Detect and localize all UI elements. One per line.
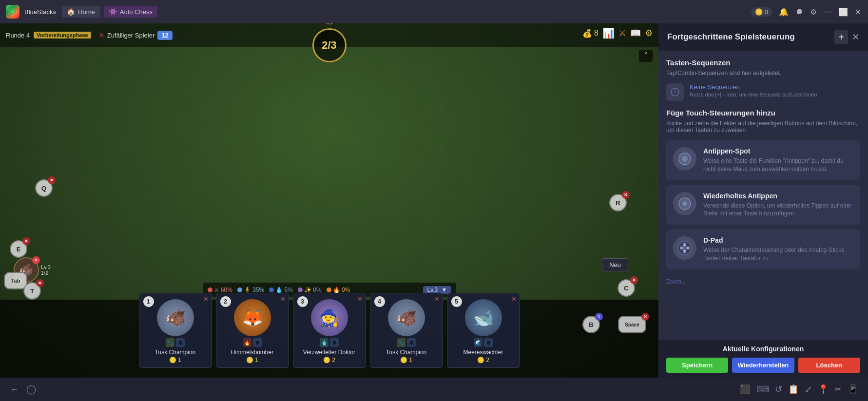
stat-label-1: 🧍 35% <box>244 286 264 293</box>
hero-num-1: 1 <box>143 296 154 307</box>
tab-game[interactable]: 👾 Auto Chess <box>104 6 157 18</box>
key-e-close[interactable]: ✕ <box>22 237 30 245</box>
footer-buttons: Speichern Wiederherstellen Löschen <box>666 358 860 373</box>
key-r[interactable]: R ✕ <box>609 194 627 211</box>
key-r-close[interactable]: ✕ <box>622 191 630 199</box>
hero-card-3[interactable]: 3 ✕ 🧙 💧 ⚙ Verzweifelter Doktor 🪙 2 <box>293 293 366 368</box>
hero-close-2[interactable]: ✕ <box>280 295 286 303</box>
svg-point-5 <box>682 156 688 162</box>
hero-close-4[interactable]: ✕ <box>434 295 440 303</box>
key-q-label: Q <box>41 185 46 192</box>
hero-trait-1b: ⚙ <box>176 338 185 347</box>
key-space-label: Space <box>625 322 639 327</box>
delete-button[interactable]: Löschen <box>798 358 860 373</box>
mobile-icon[interactable]: 📱 <box>848 384 858 395</box>
new-button[interactable]: Neu <box>602 258 628 271</box>
key-c-close[interactable]: ✕ <box>630 276 638 284</box>
key-space[interactable]: Space ✕ <box>618 316 646 333</box>
touch-desc: Klicke und ziehe die Felder auf die jewe… <box>666 120 860 134</box>
key-e[interactable]: E ✕ <box>10 240 27 258</box>
rotate-icon[interactable]: ↺ <box>775 384 782 395</box>
maximize-button[interactable]: ⬜ <box>838 7 848 17</box>
timer-display: 2/3 <box>312 28 347 62</box>
minimize-button[interactable]: — <box>824 7 831 16</box>
hero-img-2: 🦊 <box>234 299 271 336</box>
hero-cost-4: 🪙 1 <box>400 357 412 363</box>
hero-close-5[interactable]: ✕ <box>511 295 517 303</box>
game-icon: 👾 <box>109 8 117 16</box>
back-icon[interactable]: ← <box>10 384 19 395</box>
hero-num-5: 5 <box>451 296 462 307</box>
sequences-title: Tasten-Sequenzen <box>666 58 860 67</box>
home-bottom-icon[interactable]: ◯ <box>26 384 36 395</box>
chevron-button[interactable]: ˅ <box>639 50 653 62</box>
clipboard-icon[interactable]: 📋 <box>788 384 799 395</box>
stat-label-3: ✨ 0% <box>304 286 322 293</box>
key-c[interactable]: C ✕ <box>617 279 635 297</box>
scissors-icon[interactable]: ✂ <box>834 384 842 395</box>
hud-center: 🏇 2/3 <box>312 28 347 62</box>
hero-card-1[interactable]: 1 ✕ 🐗 🐾 ⚙ Tusk Champion 🪙 1 <box>139 293 212 368</box>
key-t-close[interactable]: ✕ <box>36 279 44 287</box>
key-q[interactable]: Q ✕ <box>35 179 53 197</box>
stat-item-2: 💧 5% <box>269 286 293 293</box>
hero-close-3[interactable]: ✕ <box>357 295 363 303</box>
hero-cost-2: 🪙 1 <box>246 357 258 363</box>
svg-text:!: ! <box>674 89 675 95</box>
level-badge: 12 <box>157 31 172 40</box>
hero-name-3: Verzweifelter Doktor <box>303 349 355 356</box>
bottom-bar: ← ◯ ⬛ ⌨ ↺ 📋 ⤢ 📍 ✂ 📱 <box>0 378 868 401</box>
config-title: Aktuelle Konfigurationen <box>666 345 860 353</box>
panel-footer: Aktuelle Konfigurationen Speichern Wiede… <box>658 340 868 378</box>
stat-label-4: 🔥 0% <box>333 286 350 293</box>
sequence-info: Keine Sequenzen Nutze das [+] - Icon, um… <box>690 83 817 97</box>
repeated-name: Wiederholtes Antippen <box>703 192 853 200</box>
dpad-info: D-Pad Weise der Charaktersteuerung oder … <box>703 236 853 263</box>
timer-value: 2/3 <box>322 39 337 52</box>
dropdown-icon[interactable]: ▼ <box>442 286 447 293</box>
panel-add-button[interactable]: + <box>834 30 848 44</box>
key-b[interactable]: B 1 <box>582 316 600 333</box>
close-button[interactable]: ✕ <box>855 7 861 17</box>
key-space-close[interactable]: ✕ <box>641 313 649 321</box>
record-icon[interactable]: ⏺ <box>795 7 803 16</box>
hero-name-5: Meereswächter <box>463 349 503 356</box>
notification-icon[interactable]: 🔔 <box>779 7 789 17</box>
tab-game-label: Auto Chess <box>120 8 153 16</box>
hero-img-5: 🐋 <box>465 299 502 336</box>
hero-num-2: 2 <box>220 296 231 307</box>
main-content: Runde 4 Vorbereitungsphase ✕ Zufälliger … <box>0 23 868 378</box>
settings-icon[interactable]: ⚙ <box>810 7 817 17</box>
hero-card-5[interactable]: 5 ✕ 🐋 🌊 ⚙ Meereswächter 🪙 2 <box>447 293 520 368</box>
sequences-desc: Tap/Combo-Sequenzen sind hier aufgeliste… <box>666 70 860 76</box>
svg-point-14 <box>683 246 687 250</box>
save-button[interactable]: Speichern <box>666 358 728 373</box>
tab-home-label: Home <box>78 8 95 16</box>
svg-marker-1 <box>10 9 15 14</box>
restore-button[interactable]: Wiederherstellen <box>732 358 794 373</box>
resize-icon[interactable]: ⤢ <box>805 384 812 395</box>
key-b-badge: 1 <box>595 313 603 321</box>
coin-badge: 🪙 0 <box>751 7 772 17</box>
cost-val-4: 1 <box>409 357 412 363</box>
pin-icon[interactable]: 📍 <box>818 384 829 395</box>
right-panel: Fortgeschrittene Spielsteuerung + ✕ Tast… <box>658 23 868 378</box>
hero-card-4[interactable]: 4 ✕ 🐗 🐾 ⚙ Tusk Champion 🪙 1 <box>370 293 443 368</box>
cost-val-3: 2 <box>332 357 335 363</box>
cost-val-1: 1 <box>178 357 181 363</box>
hero-close-1[interactable]: ✕ <box>203 295 209 303</box>
keyboard-icon[interactable]: ⌨ <box>756 384 769 395</box>
hero-trait-4a: 🐾 <box>397 338 405 347</box>
panel-close-button[interactable]: ✕ <box>852 32 859 42</box>
key-q-close[interactable]: ✕ <box>48 176 56 184</box>
book-icon: 📖 <box>630 28 641 38</box>
key-t[interactable]: T ✕ <box>23 282 41 300</box>
stat-dot-3 <box>298 287 303 292</box>
antippen-icon <box>673 147 696 171</box>
player-info: ✕ Zufälliger Spieler 12 <box>99 31 173 40</box>
screen-icon[interactable]: ⬛ <box>740 384 751 395</box>
hero-card-2[interactable]: 2 ✕ 🦊 🔥 ⚙ Himmelsbomber 🪙 1 <box>216 293 289 368</box>
gold-icon: 💰 <box>582 29 592 38</box>
panel-body: Tasten-Sequenzen Tap/Combo-Sequenzen sin… <box>658 51 868 340</box>
tab-home[interactable]: 🏠 Home <box>62 6 100 18</box>
